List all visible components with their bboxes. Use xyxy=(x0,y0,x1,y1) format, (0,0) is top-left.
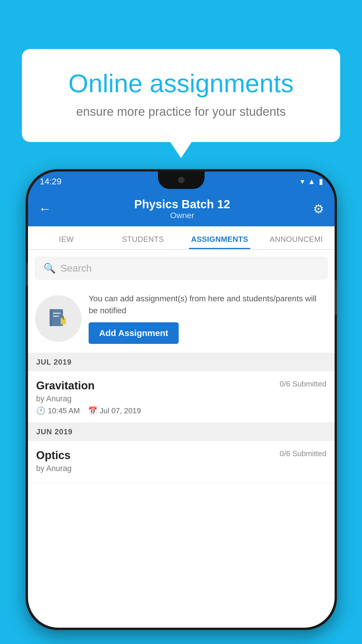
search-placeholder: Search xyxy=(60,262,92,274)
tab-overview[interactable]: IEW xyxy=(28,235,105,249)
speech-bubble-subtitle: ensure more practice for your students xyxy=(45,105,317,119)
promo-icon-circle xyxy=(35,295,82,342)
section-header-jun: JUN 2019 xyxy=(28,423,335,441)
clock-icon: 🕐 xyxy=(36,406,45,415)
assignment-item-gravitation[interactable]: Gravitation 0/6 Submitted by Anurag 🕐 10… xyxy=(28,371,335,423)
battery-icon: ▮ xyxy=(319,177,323,186)
search-container: 🔍 Search xyxy=(28,250,335,284)
promo-text: You can add assignment(s) from here and … xyxy=(89,293,328,316)
assignment-submitted-gravitation: 0/6 Submitted xyxy=(280,379,326,388)
assignment-top: Gravitation 0/6 Submitted xyxy=(36,379,326,392)
header-center: Physics Batch 12 Owner xyxy=(134,198,230,220)
svg-rect-2 xyxy=(53,313,61,314)
svg-rect-3 xyxy=(53,316,59,317)
tab-assignments[interactable]: ASSIGNMENTS xyxy=(181,235,258,249)
header-title: Physics Batch 12 xyxy=(134,198,230,211)
status-icons: ▾ ▲ ▮ xyxy=(301,177,323,186)
settings-button[interactable]: ⚙ xyxy=(313,202,324,216)
assignment-date: 📅 Jul 07, 2019 xyxy=(88,406,141,415)
header-subtitle: Owner xyxy=(134,211,230,220)
status-time: 14:29 xyxy=(40,176,61,186)
wifi-icon: ▾ xyxy=(301,177,304,186)
section-header-jul: JUL 2019 xyxy=(28,353,335,371)
phone-notch xyxy=(158,172,205,189)
search-bar[interactable]: 🔍 Search xyxy=(35,257,328,279)
tab-students[interactable]: STUDENTS xyxy=(105,235,181,249)
svg-rect-5 xyxy=(63,316,64,320)
assignment-time: 🕐 10:45 AM xyxy=(36,406,80,415)
phone-side-btn-right xyxy=(335,280,337,315)
assignment-top-optics: Optics 0/6 Submitted xyxy=(36,449,326,462)
svg-rect-1 xyxy=(51,309,52,326)
tab-announcements[interactable]: ANNOUNCEMI xyxy=(258,235,335,249)
app-screen: ← Physics Batch 12 Owner ⚙ IEW STUDENTS … xyxy=(28,191,335,628)
signal-icon: ▲ xyxy=(308,177,315,186)
speech-bubble: Online assignments ensure more practice … xyxy=(22,49,340,142)
assignment-meta-gravitation: 🕐 10:45 AM 📅 Jul 07, 2019 xyxy=(36,406,326,415)
phone-inner: 14:29 ▾ ▲ ▮ ← Physics Batch 12 Owner ⚙ I… xyxy=(28,172,335,628)
assignment-time-value: 10:45 AM xyxy=(48,406,80,415)
assignment-notebook-icon xyxy=(47,307,70,330)
assignment-by-gravitation: by Anurag xyxy=(36,394,326,403)
assignment-item-optics[interactable]: Optics 0/6 Submitted by Anurag xyxy=(28,441,335,483)
front-camera xyxy=(178,177,184,183)
assignment-title-optics: Optics xyxy=(36,449,71,462)
search-icon: 🔍 xyxy=(43,262,56,274)
assignment-date-value: Jul 07, 2019 xyxy=(100,406,141,415)
add-assignment-promo: You can add assignment(s) from here and … xyxy=(28,284,335,353)
app-header: ← Physics Batch 12 Owner ⚙ xyxy=(28,191,335,226)
assignment-submitted-optics: 0/6 Submitted xyxy=(280,449,326,458)
back-button[interactable]: ← xyxy=(38,202,51,216)
speech-bubble-title: Online assignments xyxy=(45,69,317,98)
tab-bar: IEW STUDENTS ASSIGNMENTS ANNOUNCEMI xyxy=(28,226,335,250)
promo-content: You can add assignment(s) from here and … xyxy=(89,293,328,344)
phone-frame: 14:29 ▾ ▲ ▮ ← Physics Batch 12 Owner ⚙ I… xyxy=(26,169,337,630)
phone-side-btn-left xyxy=(26,262,28,286)
assignment-title-gravitation: Gravitation xyxy=(36,379,95,392)
assignment-by-optics: by Anurag xyxy=(36,464,326,473)
calendar-icon: 📅 xyxy=(88,406,97,415)
add-assignment-button[interactable]: Add Assignment xyxy=(89,322,179,344)
